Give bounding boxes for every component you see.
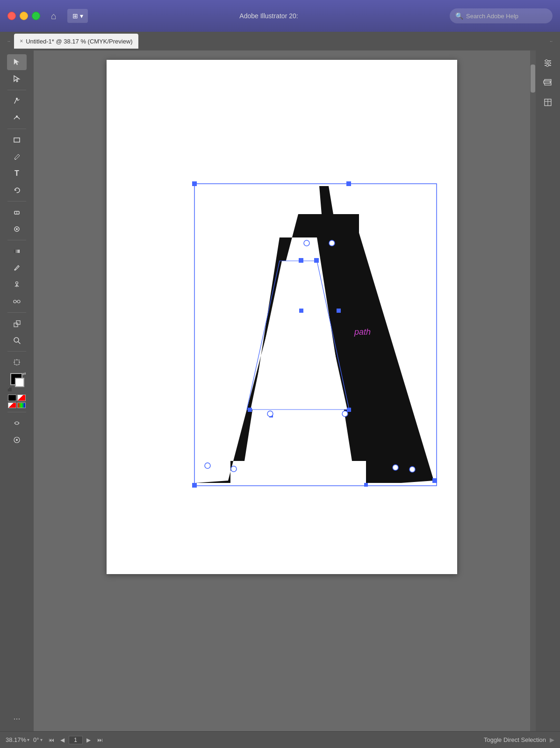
svg-point-8 [14,269,16,271]
svg-rect-20 [14,360,19,365]
curvature-tool[interactable] [7,110,27,126]
shape-convert-tool[interactable] [7,415,27,431]
svg-point-13 [14,300,16,303]
zoom-tool[interactable] [7,332,27,348]
stroke-icon[interactable] [17,395,26,401]
svg-rect-29 [346,181,351,186]
svg-rect-56 [544,81,550,83]
right-panel [536,50,560,731]
tab-item[interactable]: × Untitled-1* @ 38.17 % (CMYK/Preview) [14,34,138,49]
resize-handle[interactable]: ▶ [550,736,554,743]
svg-rect-34 [299,258,303,263]
maximize-button[interactable] [32,12,40,20]
svg-rect-37 [337,309,341,313]
prev-page-button[interactable]: ◀ [57,735,68,745]
type-tool[interactable]: T [7,165,27,181]
rotation-display[interactable]: 0° ▾ [33,736,42,743]
symbol-tool[interactable] [7,432,27,448]
color-mode-row [8,395,26,408]
home-icon[interactable]: ⌂ [46,8,62,24]
tab-title: Untitled-1* @ 38.17 % (CMYK/Preview) [26,38,133,45]
search-icon: 🔍 [455,12,463,20]
help-search-bar[interactable]: 🔍 [450,8,553,23]
svg-rect-16 [14,323,18,327]
more-tools-button[interactable]: ··· [9,710,24,727]
direct-selection-tool[interactable] [7,71,27,87]
main-area: T [0,50,560,731]
rotation-dropdown-chevron[interactable]: ▾ [40,737,43,742]
page-navigation: ⏮ ◀ ▶ ⏭ [46,735,105,745]
tab-close-button[interactable]: × [20,38,23,44]
canvas-area[interactable]: path [34,50,536,731]
next-page-button[interactable]: ▶ [84,735,94,745]
blob-brush-tool[interactable] [7,221,27,237]
default-colors-button[interactable]: ⬛ [7,388,12,392]
workspace-chevron: ▾ [80,12,83,20]
artboard-tool[interactable] [7,354,27,370]
svg-point-52 [548,62,551,65]
minimize-button[interactable] [20,12,28,20]
svg-rect-30 [192,483,197,488]
rotation-value: 0° [33,736,39,743]
zoom-value: 38.17% [6,736,26,743]
properties-panel-button[interactable] [539,54,557,72]
fill-icon[interactable] [8,395,16,401]
eraser-tool[interactable] [7,204,27,220]
gradient-tool[interactable] [7,243,27,259]
first-page-button[interactable]: ⏮ [46,735,57,745]
shapebuilder-tool[interactable] [7,316,27,331]
svg-point-45 [409,467,415,472]
artwork-svg: path [107,60,457,574]
tabbar: ·· × Untitled-1* @ 38.17 % (CMYK/Preview… [0,32,560,50]
svg-point-44 [393,465,398,470]
svg-rect-28 [192,181,197,186]
zoom-display[interactable]: 38.17% ▾ [6,736,29,743]
collapse-right-button[interactable]: ·· [546,38,556,44]
selection-tool[interactable] [7,54,27,70]
svg-rect-38 [248,408,252,412]
rectangle-tool[interactable] [7,132,27,148]
svg-point-9 [16,282,18,284]
svg-point-26 [16,439,18,441]
background-color[interactable] [15,378,24,387]
svg-point-53 [546,65,549,67]
svg-point-47 [342,411,348,417]
path-label: path [354,327,371,337]
svg-rect-17 [16,321,20,324]
puppet-warp-tool[interactable] [7,277,27,293]
app-title: Adobe Illustrator 20: [93,12,444,20]
zoom-dropdown-chevron[interactable]: ▾ [27,737,29,742]
pencil-tool[interactable] [7,149,27,165]
close-button[interactable] [7,12,16,20]
last-page-button[interactable]: ⏭ [95,735,105,745]
titlebar: ⌂ ⊞ ▾ Adobe Illustrator 20: 🔍 [0,0,560,32]
svg-point-6 [16,228,18,230]
svg-point-42 [205,463,210,468]
canvas-scroll[interactable]: path [34,50,530,731]
svg-point-14 [17,300,20,303]
layers-panel-button[interactable] [539,74,557,92]
workspace-button[interactable]: ⊞ ▾ [67,9,88,23]
status-text: Toggle Direct Selection [484,736,546,743]
workspace-icon: ⊞ [72,12,78,20]
color-swatches[interactable]: ⇄ ⬛ [8,373,25,390]
pen-tool[interactable] [7,93,27,109]
traffic-lights [7,12,40,20]
swap-colors-button[interactable]: ⇄ [22,371,26,376]
svg-rect-7 [14,250,20,253]
collapse-left-button[interactable]: ·· [4,38,14,44]
left-toolbar: T [0,50,34,731]
scrollbar-thumb[interactable] [531,65,535,93]
none-icon[interactable] [8,403,16,408]
eyedropper-tool[interactable] [7,260,27,276]
blend-tool[interactable] [7,294,27,309]
gradient-swatch[interactable] [17,403,26,408]
svg-rect-35 [314,258,319,263]
page-input[interactable] [69,736,83,744]
vertical-scrollbar[interactable] [530,50,536,731]
search-input[interactable] [466,13,541,20]
svg-point-43 [231,466,237,472]
rotate-tool[interactable] [7,182,27,198]
svg-rect-36 [299,309,303,313]
libraries-panel-button[interactable] [539,94,557,111]
